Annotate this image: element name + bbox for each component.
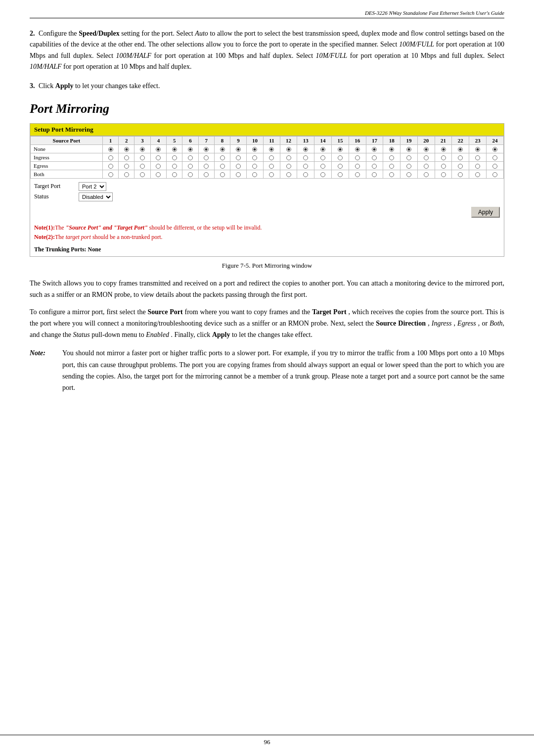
radio-icon[interactable] [156,164,161,169]
radio-icon[interactable] [424,147,429,152]
radio-icon[interactable] [389,172,394,177]
radio-none-8[interactable] [214,144,230,153]
radio-egress-15[interactable] [331,161,349,170]
radio-both-17[interactable] [366,170,383,178]
radio-icon[interactable] [338,172,343,177]
radio-icon[interactable] [338,164,343,169]
radio-icon[interactable] [286,164,291,169]
radio-egress-7[interactable] [198,161,214,170]
radio-egress-12[interactable] [280,161,297,170]
radio-egress-23[interactable] [469,161,487,170]
status-select[interactable]: Disabled Enabled [79,192,113,201]
radio-ingress-22[interactable] [452,153,469,161]
radio-icon[interactable] [108,172,113,177]
radio-none-16[interactable] [349,144,366,153]
radio-ingress-11[interactable] [264,153,280,161]
radio-egress-17[interactable] [366,161,383,170]
radio-icon[interactable] [252,155,257,160]
radio-icon[interactable] [220,172,225,177]
radio-ingress-13[interactable] [297,153,314,161]
radio-icon[interactable] [172,164,177,169]
radio-egress-1[interactable] [102,161,118,170]
radio-icon[interactable] [236,155,241,160]
radio-icon[interactable] [188,164,193,169]
radio-ingress-5[interactable] [167,153,182,161]
radio-icon[interactable] [441,164,446,169]
radio-icon[interactable] [355,147,360,152]
radio-ingress-1[interactable] [102,153,118,161]
radio-both-6[interactable] [182,170,198,178]
radio-egress-3[interactable] [134,161,150,170]
radio-egress-2[interactable] [119,161,134,170]
radio-icon[interactable] [252,164,257,169]
radio-icon[interactable] [320,147,325,152]
radio-icon[interactable] [320,164,325,169]
radio-both-13[interactable] [297,170,314,178]
radio-both-18[interactable] [383,170,400,178]
radio-icon[interactable] [220,147,225,152]
radio-icon[interactable] [406,155,411,160]
radio-icon[interactable] [475,147,480,152]
radio-icon[interactable] [204,155,209,160]
radio-icon[interactable] [492,164,497,169]
radio-ingress-14[interactable] [314,153,332,161]
radio-none-3[interactable] [134,144,150,153]
radio-icon[interactable] [286,172,291,177]
radio-icon[interactable] [406,172,411,177]
radio-icon[interactable] [269,164,274,169]
radio-ingress-17[interactable] [366,153,383,161]
radio-icon[interactable] [492,155,497,160]
radio-none-12[interactable] [280,144,297,153]
radio-egress-6[interactable] [182,161,198,170]
radio-none-15[interactable] [331,144,349,153]
radio-both-5[interactable] [167,170,182,178]
radio-none-14[interactable] [314,144,332,153]
radio-both-19[interactable] [400,170,418,178]
radio-icon[interactable] [269,172,274,177]
radio-icon[interactable] [252,172,257,177]
radio-icon[interactable] [338,155,343,160]
radio-egress-22[interactable] [452,161,469,170]
radio-both-9[interactable] [230,170,246,178]
radio-none-9[interactable] [230,144,246,153]
radio-icon[interactable] [355,155,360,160]
radio-icon[interactable] [156,155,161,160]
radio-both-14[interactable] [314,170,332,178]
radio-icon[interactable] [220,164,225,169]
radio-icon[interactable] [269,147,274,152]
radio-icon[interactable] [372,155,377,160]
radio-both-7[interactable] [198,170,214,178]
radio-ingress-12[interactable] [280,153,297,161]
radio-icon[interactable] [269,155,274,160]
radio-icon[interactable] [492,172,497,177]
radio-none-2[interactable] [119,144,134,153]
radio-icon[interactable] [406,164,411,169]
radio-icon[interactable] [372,172,377,177]
radio-icon[interactable] [424,164,429,169]
radio-icon[interactable] [140,155,145,160]
radio-ingress-24[interactable] [487,153,504,161]
radio-egress-16[interactable] [349,161,366,170]
radio-both-24[interactable] [487,170,504,178]
radio-egress-14[interactable] [314,161,332,170]
radio-ingress-7[interactable] [198,153,214,161]
radio-icon[interactable] [424,155,429,160]
radio-icon[interactable] [475,155,480,160]
radio-egress-5[interactable] [167,161,182,170]
radio-icon[interactable] [320,172,325,177]
radio-icon[interactable] [303,164,308,169]
radio-both-10[interactable] [246,170,264,178]
radio-none-23[interactable] [469,144,487,153]
radio-icon[interactable] [124,155,129,160]
radio-icon[interactable] [424,172,429,177]
radio-both-20[interactable] [417,170,435,178]
radio-egress-11[interactable] [264,161,280,170]
radio-icon[interactable] [124,172,129,177]
radio-both-22[interactable] [452,170,469,178]
radio-ingress-15[interactable] [331,153,349,161]
radio-both-23[interactable] [469,170,487,178]
radio-icon[interactable] [172,147,177,152]
radio-icon[interactable] [458,172,463,177]
radio-icon[interactable] [188,172,193,177]
radio-egress-13[interactable] [297,161,314,170]
